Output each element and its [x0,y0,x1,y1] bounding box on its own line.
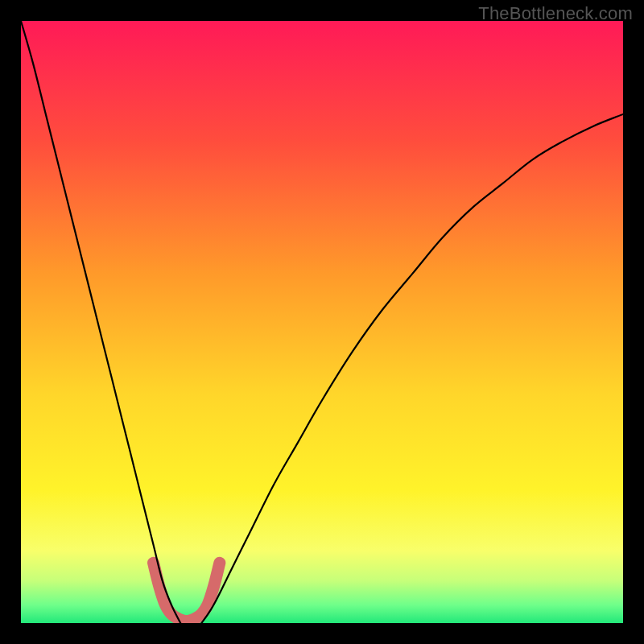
watermark-text: TheBottleneck.com [478,3,633,24]
chart-svg [21,21,623,623]
gradient-rect [21,21,623,623]
plot-area [21,21,623,623]
chart-frame: TheBottleneck.com [0,0,644,644]
